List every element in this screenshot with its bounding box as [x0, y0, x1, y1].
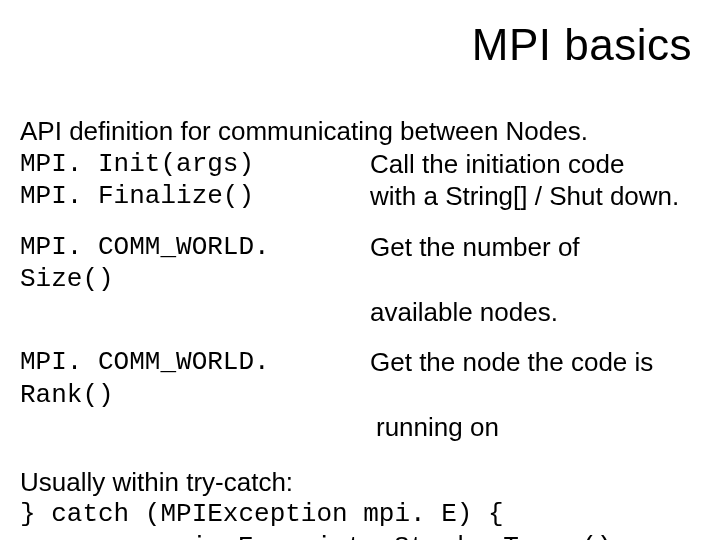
slide: MPI basics API definition for communicat… [0, 0, 720, 540]
desc-size-b: available nodes. [370, 296, 700, 329]
slide-body: API definition for communicating between… [20, 115, 700, 540]
api-row-rank-cont: running on [20, 411, 700, 444]
intro-line: API definition for communicating between… [20, 115, 700, 148]
slide-title: MPI basics [472, 20, 692, 70]
api-row-size-cont: available nodes. [20, 296, 700, 329]
code-rank: MPI. COMM_WORLD. Rank() [20, 346, 370, 411]
code-init: MPI. Init(args) [20, 148, 370, 181]
api-row-init: MPI. Init(args) Call the initiation code [20, 148, 700, 181]
desc-init: Call the initiation code [370, 148, 700, 181]
desc-size-a: Get the number of [370, 231, 700, 264]
code-catch-open: } catch (MPIException mpi. E) { [20, 498, 700, 531]
usually-line: Usually within try-catch: [20, 466, 700, 499]
code-stacktrace: mpi. E. print. Stack. Trace(); [20, 531, 700, 541]
code-size: MPI. COMM_WORLD. Size() [20, 231, 370, 296]
desc-rank-b: running on [370, 411, 700, 444]
desc-finalize: with a String[] / Shut down. [370, 180, 700, 213]
code-finalize: MPI. Finalize() [20, 180, 370, 213]
desc-rank-a: Get the node the code is [370, 346, 700, 379]
api-row-size: MPI. COMM_WORLD. Size() Get the number o… [20, 231, 700, 296]
api-row-finalize: MPI. Finalize() with a String[] / Shut d… [20, 180, 700, 213]
api-row-rank: MPI. COMM_WORLD. Rank() Get the node the… [20, 346, 700, 411]
